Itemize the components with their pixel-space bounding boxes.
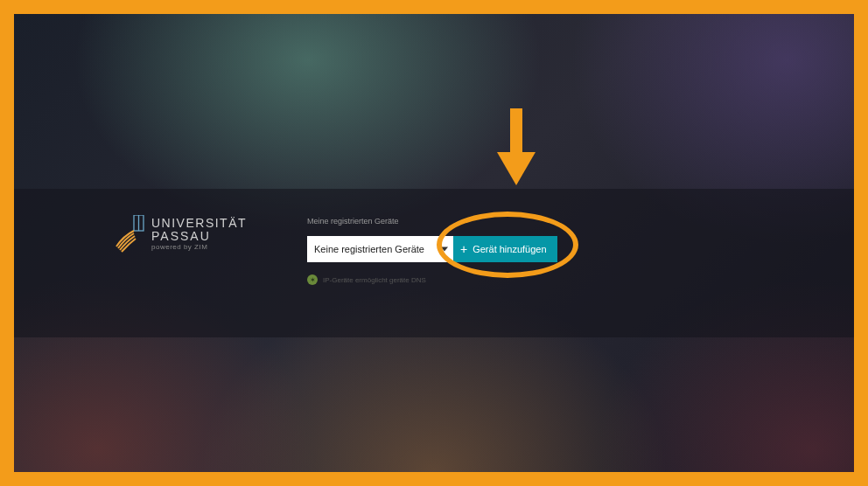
hint-text: IP-Geräte ermöglicht geräte DNS [323, 276, 426, 284]
svg-marker-3 [497, 152, 536, 185]
university-logo: UNIVERSITÄT PASSAU powered by ZIM [115, 215, 247, 253]
device-form: Meine registrierten Geräte Keine registr… [307, 217, 557, 285]
device-dropdown[interactable]: Keine registrierten Geräte [307, 236, 453, 262]
arrow-annotation-icon [495, 108, 537, 187]
logo-subline: powered by ZIM [151, 244, 247, 251]
logo-text-block: UNIVERSITÄT PASSAU powered by ZIM [151, 217, 247, 252]
svg-rect-2 [510, 108, 522, 154]
plus-icon: + [460, 242, 467, 256]
hint-row: ✶ IP-Geräte ermöglicht geräte DNS [307, 274, 557, 285]
form-heading: Meine registrierten Geräte [307, 217, 557, 226]
add-device-button[interactable]: + Gerät hinzufügen [453, 236, 557, 262]
chevron-down-icon [441, 247, 448, 252]
add-button-label: Gerät hinzufügen [472, 244, 546, 254]
form-row: Keine registrierten Geräte + Gerät hinzu… [307, 236, 557, 262]
dropdown-selected-value: Keine registrierten Geräte [314, 244, 424, 254]
info-icon: ✶ [307, 274, 318, 285]
passau-logo-icon [115, 215, 146, 253]
annotated-frame: UNIVERSITÄT PASSAU powered by ZIM Meine … [0, 0, 868, 486]
logo-line1: UNIVERSITÄT [151, 217, 247, 230]
logo-line2: PASSAU [151, 230, 247, 243]
